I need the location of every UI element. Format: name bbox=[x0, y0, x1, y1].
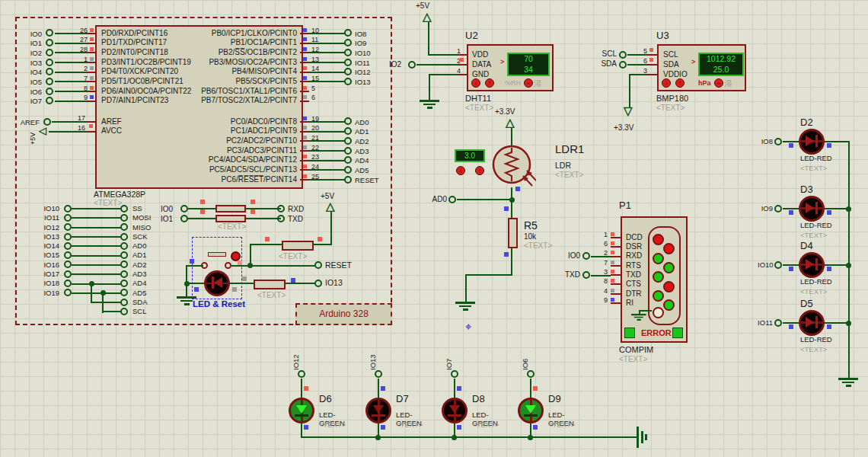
reset-terminal[interactable] bbox=[314, 261, 322, 269]
wire[interactable] bbox=[416, 64, 458, 66]
wire[interactable] bbox=[187, 265, 203, 267]
wire[interactable] bbox=[72, 227, 122, 228]
sda-terminal[interactable] bbox=[619, 61, 627, 69]
wire[interactable] bbox=[783, 322, 799, 324]
compim-txd-terminal[interactable] bbox=[582, 271, 590, 279]
wire[interactable] bbox=[72, 292, 122, 294]
terminal[interactable] bbox=[774, 319, 782, 327]
terminal[interactable] bbox=[64, 205, 72, 213]
terminal[interactable] bbox=[120, 299, 128, 306]
terminal[interactable] bbox=[120, 223, 128, 231]
terminal[interactable] bbox=[344, 127, 352, 135]
wire[interactable] bbox=[530, 379, 531, 398]
terminal[interactable] bbox=[64, 233, 72, 241]
terminal[interactable] bbox=[120, 308, 128, 315]
ldr-symbol[interactable] bbox=[490, 143, 536, 190]
reset-led[interactable] bbox=[204, 270, 230, 296]
wire[interactable] bbox=[627, 54, 646, 56]
wire[interactable] bbox=[429, 74, 458, 75]
wire[interactable] bbox=[309, 160, 346, 161]
wire[interactable] bbox=[309, 140, 346, 142]
ad0-terminal[interactable] bbox=[448, 196, 456, 203]
terminal[interactable] bbox=[64, 289, 72, 296]
terminal[interactable] bbox=[451, 370, 458, 378]
wire[interactable] bbox=[309, 150, 346, 152]
bmp180-mode-button[interactable]: ↔ bbox=[714, 78, 723, 88]
led[interactable] bbox=[289, 398, 314, 423]
terminal[interactable] bbox=[344, 49, 352, 56]
terminal[interactable] bbox=[120, 205, 128, 213]
led[interactable] bbox=[799, 310, 825, 336]
schematic-canvas[interactable]: { "labels":{"p5v":"+5V","p33v":"+3.3V","… bbox=[0, 0, 868, 457]
wire[interactable] bbox=[591, 256, 611, 257]
dht11-mode-button[interactable]: ↔ bbox=[524, 78, 533, 88]
wire[interactable] bbox=[230, 283, 254, 284]
bmp180-increment-button[interactable]: ↑ bbox=[675, 78, 685, 88]
terminal[interactable] bbox=[120, 233, 128, 241]
wire[interactable] bbox=[103, 311, 122, 312]
wire[interactable] bbox=[251, 244, 282, 245]
ldr-increment-button[interactable]: ↑ bbox=[475, 166, 484, 175]
terminal[interactable] bbox=[774, 205, 782, 213]
wire[interactable] bbox=[301, 379, 302, 398]
power-up-icon[interactable]: △ bbox=[423, 11, 432, 22]
terminal[interactable] bbox=[64, 260, 72, 268]
wire[interactable] bbox=[91, 283, 92, 303]
wire[interactable] bbox=[378, 379, 379, 398]
terminal[interactable] bbox=[180, 205, 188, 213]
terminal[interactable] bbox=[46, 78, 53, 85]
led[interactable] bbox=[799, 196, 825, 222]
terminal[interactable] bbox=[120, 280, 128, 287]
series-resistor[interactable] bbox=[215, 215, 246, 222]
terminal[interactable] bbox=[120, 270, 128, 278]
terminal[interactable] bbox=[344, 39, 352, 46]
wire[interactable] bbox=[72, 273, 122, 275]
led[interactable] bbox=[365, 398, 391, 423]
wire[interactable] bbox=[629, 74, 630, 107]
terminal[interactable] bbox=[64, 251, 72, 259]
led[interactable] bbox=[518, 398, 544, 423]
terminal[interactable] bbox=[46, 29, 53, 37]
terminal[interactable] bbox=[344, 166, 352, 174]
wire[interactable] bbox=[286, 283, 315, 284]
dht11-increment-button[interactable]: ↑ bbox=[485, 78, 494, 88]
terminal[interactable] bbox=[46, 97, 53, 104]
wire[interactable] bbox=[102, 293, 104, 313]
terminal[interactable] bbox=[120, 251, 128, 259]
push-button-terminal[interactable] bbox=[225, 262, 231, 269]
power-up-icon[interactable]: △ bbox=[326, 201, 335, 212]
led[interactable] bbox=[799, 129, 825, 155]
wire[interactable] bbox=[428, 22, 429, 55]
terminal[interactable] bbox=[774, 138, 782, 145]
terminal[interactable] bbox=[120, 289, 128, 296]
wire[interactable] bbox=[309, 131, 346, 133]
wire[interactable] bbox=[429, 74, 430, 100]
wire[interactable] bbox=[309, 33, 346, 34]
terminal[interactable] bbox=[46, 49, 53, 56]
wire[interactable] bbox=[72, 208, 122, 209]
terminal[interactable] bbox=[344, 156, 352, 164]
terminal[interactable] bbox=[120, 242, 128, 250]
series-resistor[interactable] bbox=[215, 205, 246, 213]
terminal[interactable] bbox=[120, 214, 128, 222]
terminal[interactable] bbox=[64, 270, 72, 278]
terminal[interactable] bbox=[46, 68, 53, 75]
wire[interactable] bbox=[231, 265, 315, 267]
terminal[interactable] bbox=[46, 88, 53, 95]
wire[interactable] bbox=[301, 436, 637, 438]
wire[interactable] bbox=[72, 236, 122, 238]
terminal[interactable] bbox=[527, 370, 535, 378]
r5-resistor[interactable] bbox=[508, 218, 518, 248]
terminal[interactable] bbox=[375, 370, 382, 378]
wire[interactable] bbox=[72, 255, 122, 257]
terminal[interactable] bbox=[344, 117, 352, 125]
terminal[interactable] bbox=[64, 280, 72, 287]
wire[interactable] bbox=[457, 199, 512, 200]
io13-led-resistor[interactable] bbox=[254, 280, 286, 289]
bmp180-decrement-button[interactable]: ↓ bbox=[662, 78, 671, 88]
aref-terminal[interactable] bbox=[43, 118, 51, 126]
wire[interactable] bbox=[309, 121, 346, 123]
terminal[interactable] bbox=[344, 78, 352, 85]
wire[interactable] bbox=[309, 169, 346, 171]
terminal[interactable] bbox=[344, 68, 352, 75]
